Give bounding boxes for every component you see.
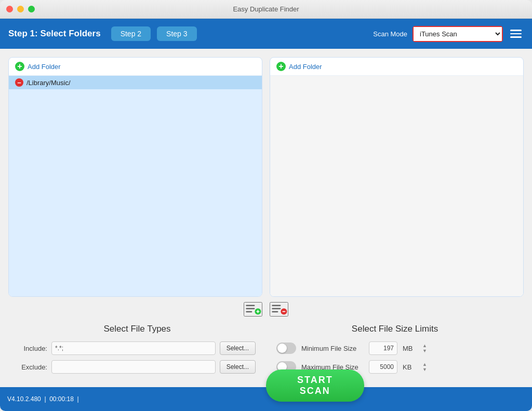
svg-rect-10 (282, 311, 285, 312)
folder-path: /Library/Music/ (26, 79, 71, 87)
file-types-title: Select File Types (19, 324, 256, 334)
svg-rect-2 (246, 311, 252, 312)
toolbar: Step 1: Select Folders Step 2 Step 3 Sca… (0, 19, 532, 49)
exclude-row: Exclude: Select... (19, 360, 256, 374)
file-types-section: Select File Types Include: Select... Exc… (8, 324, 266, 379)
hamburger-line (510, 36, 522, 38)
svg-rect-6 (272, 305, 281, 306)
folder-item[interactable]: − /Library/Music/ (9, 76, 262, 89)
menu-button[interactable] (508, 28, 524, 40)
controls-row (8, 302, 524, 317)
right-panel-header[interactable]: + Add Folder (270, 58, 523, 76)
folder-row: + Add Folder − /Library/Music/ + Add Fol… (8, 57, 524, 297)
svg-rect-5 (258, 310, 259, 313)
remove-list-button[interactable] (270, 302, 288, 317)
min-size-row: Minimum File Size MB ▲ ▼ (276, 341, 513, 355)
remove-list-icon (271, 303, 287, 316)
left-panel-header[interactable]: + Add Folder (9, 58, 262, 76)
svg-rect-1 (246, 308, 255, 309)
step2-button[interactable]: Step 2 (111, 26, 151, 41)
left-folder-panel: + Add Folder − /Library/Music/ (8, 57, 262, 297)
max-size-input[interactable] (369, 360, 397, 374)
right-add-icon[interactable]: + (276, 62, 286, 71)
include-input[interactable] (51, 341, 216, 355)
svg-rect-8 (272, 311, 278, 312)
maximize-button[interactable] (28, 6, 35, 12)
svg-rect-0 (246, 305, 255, 306)
add-list-button[interactable] (244, 302, 262, 317)
right-add-folder-label[interactable]: Add Folder (289, 63, 322, 71)
close-button[interactable] (6, 6, 13, 12)
min-size-down-arrow[interactable]: ▼ (422, 349, 427, 353)
min-size-input[interactable] (369, 341, 397, 355)
hamburger-line (510, 33, 522, 35)
max-size-up-arrow[interactable]: ▲ (422, 362, 427, 367)
exclude-label: Exclude: (19, 363, 47, 371)
scan-mode-select[interactable]: iTunes Scan Standard Scan Music Scan Pho… (414, 27, 502, 41)
min-size-unit: MB (403, 345, 417, 352)
max-size-unit: KB (403, 363, 417, 371)
min-size-arrows[interactable]: ▲ ▼ (422, 344, 427, 353)
max-size-down-arrow[interactable]: ▼ (422, 367, 427, 372)
max-size-arrows[interactable]: ▲ ▼ (422, 362, 427, 372)
title-bar: Easy Duplicate Finder (0, 0, 532, 19)
hamburger-line (510, 30, 522, 31)
include-label: Include: (19, 345, 47, 352)
step1-label: Step 1: Select Folders (8, 29, 101, 39)
min-size-label: Minimum File Size (301, 345, 364, 352)
min-size-toggle[interactable] (276, 342, 296, 354)
include-row: Include: Select... (19, 341, 256, 355)
version-text: V4.10.2.480 | 00:00:18 | (7, 395, 79, 403)
toolbar-right: Scan Mode iTunes Scan Standard Scan Musi… (373, 26, 524, 42)
scan-mode-label: Scan Mode (373, 30, 407, 38)
right-folder-panel: + Add Folder (270, 57, 524, 297)
left-folder-list: − /Library/Music/ (9, 76, 262, 296)
scan-mode-select-wrap: iTunes Scan Standard Scan Music Scan Pho… (413, 26, 503, 42)
content-area: + Add Folder − /Library/Music/ + Add Fol… (0, 49, 532, 387)
min-size-up-arrow[interactable]: ▲ (422, 344, 427, 348)
status-bar: V4.10.2.480 | 00:00:18 | START SCAN (0, 387, 532, 411)
include-select-button[interactable]: Select... (220, 341, 256, 355)
svg-rect-7 (272, 308, 281, 309)
add-list-icon (245, 303, 261, 316)
window-controls (6, 6, 35, 12)
start-scan-button[interactable]: START SCAN (266, 369, 364, 402)
minimize-button[interactable] (17, 6, 24, 12)
step3-button[interactable]: Step 3 (157, 26, 196, 41)
right-folder-empty (270, 76, 523, 296)
bottom-section: Select File Types Include: Select... Exc… (8, 324, 524, 379)
left-add-folder-label[interactable]: Add Folder (28, 63, 61, 71)
window-title: Easy Duplicate Finder (233, 5, 299, 13)
file-sizes-title: Select File Size Limits (276, 324, 513, 334)
exclude-input[interactable] (51, 360, 216, 374)
remove-folder-icon[interactable]: − (15, 78, 23, 87)
exclude-select-button[interactable]: Select... (220, 360, 256, 374)
left-add-icon[interactable]: + (15, 62, 24, 71)
